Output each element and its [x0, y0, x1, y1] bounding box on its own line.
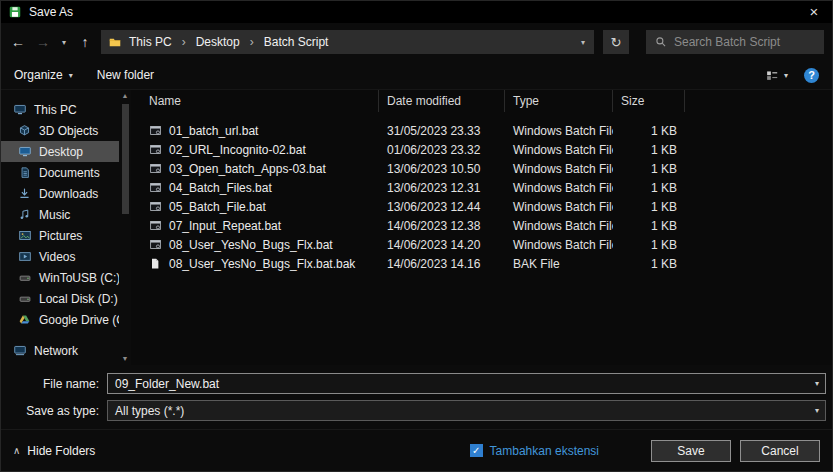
sidebar-item-label: Music: [39, 208, 70, 222]
file-row[interactable]: 04_Batch_Files.bat13/06/2023 12.31Window…: [131, 178, 832, 197]
sidebar-item-google-drive-g[interactable]: Google Drive (G:: [1, 309, 119, 330]
file-size: 1 KB: [613, 124, 685, 138]
file-list-area: Name Date modified Type Size 01_batch_ur…: [131, 90, 832, 365]
file-type: BAK File: [505, 257, 613, 271]
column-header-type[interactable]: Type: [505, 90, 613, 112]
file-row[interactable]: 01_batch_url.bat31/05/2023 23.33Windows …: [131, 121, 832, 140]
sidebar: This PC3D ObjectsDesktopDocumentsDownloa…: [1, 90, 119, 365]
file-row[interactable]: 05_Batch_File.bat13/06/2023 12.44Windows…: [131, 197, 832, 216]
address-bar[interactable]: This PC›Desktop›Batch Script ▾: [101, 30, 594, 54]
save-as-type-dropdown-icon: ▾: [809, 406, 825, 415]
drive-icon: [17, 293, 32, 305]
save-as-type-select[interactable]: All types (*.*) ▾: [107, 400, 826, 421]
help-button[interactable]: ?: [804, 68, 819, 83]
bat-file-icon: [149, 162, 162, 175]
file-name: 08_User_YesNo_Bugs_Flx.bat: [169, 238, 333, 252]
chevron-down-icon: ▾: [69, 71, 73, 80]
toolbar-right: ▾ ?: [765, 68, 819, 83]
file-row[interactable]: 08_User_YesNo_Bugs_Flx.bat.bak14/06/2023…: [131, 254, 832, 273]
sidebar-item-music[interactable]: Music: [1, 204, 119, 225]
view-mode-button[interactable]: ▾: [765, 69, 788, 82]
file-row[interactable]: 02_URL_Incognito-02.bat01/06/2023 23.32W…: [131, 140, 832, 159]
file-date-modified: 14/06/2023 14.20: [379, 238, 505, 252]
refresh-button[interactable]: ↻: [603, 30, 629, 54]
hide-folders-button[interactable]: ∧ Hide Folders: [13, 444, 95, 458]
sidebar-item-downloads[interactable]: Downloads: [1, 183, 119, 204]
bat-file-icon: [149, 238, 162, 251]
add-extension-checkbox-group[interactable]: ✓ Tambahkan ekstensi: [470, 444, 599, 458]
sidebar-item-label: This PC: [34, 103, 77, 117]
sidebar-item-label: WinToUSB (C:): [39, 271, 119, 285]
file-row[interactable]: 03_Open_batch_Apps-03.bat13/06/2023 10.5…: [131, 159, 832, 178]
add-extension-checkbox[interactable]: ✓: [470, 444, 483, 457]
desktop-icon: [17, 145, 32, 158]
back-button[interactable]: ←: [9, 34, 27, 50]
file-size: 1 KB: [613, 238, 685, 252]
up-button[interactable]: ↑: [76, 34, 94, 50]
search-box[interactable]: [646, 30, 824, 54]
file-name-input[interactable]: [108, 377, 809, 391]
file-type: Windows Batch File: [505, 143, 613, 157]
gdrive-icon: [17, 313, 32, 326]
file-size: 1 KB: [613, 162, 685, 176]
breadcrumb-item[interactable]: This PC: [129, 35, 172, 49]
sidebar-item-local-disk-d[interactable]: Local Disk (D:): [1, 288, 119, 309]
bat-file-icon: [149, 219, 162, 232]
folder-icon: [108, 36, 122, 49]
sidebar-item-desktop[interactable]: Desktop: [1, 141, 119, 162]
sidebar-scrollbar[interactable]: ▲ ▼: [119, 90, 131, 365]
bat-file-icon: [149, 143, 162, 156]
file-name-label: File name:: [7, 377, 107, 391]
forward-button[interactable]: →: [34, 34, 52, 50]
file-type: Windows Batch File: [505, 181, 613, 195]
titlebar: Save As ×: [1, 1, 832, 23]
file-size: 1 KB: [613, 143, 685, 157]
recent-locations-dropdown-icon[interactable]: ▾: [59, 38, 69, 47]
sidebar-item-wintousb-c[interactable]: WinToUSB (C:): [1, 267, 119, 288]
file-row[interactable]: 07_Input_Repeat.bat14/06/2023 12.38Windo…: [131, 216, 832, 235]
sidebar-item-network[interactable]: Network: [1, 340, 119, 361]
file-date-modified: 13/06/2023 12.31: [379, 181, 505, 195]
breadcrumb-item[interactable]: Desktop: [196, 35, 240, 49]
column-header-size[interactable]: Size: [613, 90, 685, 112]
breadcrumb-item[interactable]: Batch Script: [264, 35, 329, 49]
network-icon: [12, 344, 27, 357]
file-date-modified: 14/06/2023 12.38: [379, 219, 505, 233]
scrollbar-thumb[interactable]: [122, 104, 129, 214]
save-as-dialog: Save As × ← → ▾ ↑ This PC›Desktop›Batch …: [0, 0, 833, 472]
sidebar-item-label: Local Disk (D:): [39, 292, 118, 306]
sidebar-item-this-pc[interactable]: This PC: [1, 99, 119, 120]
cube-icon: [17, 124, 32, 137]
column-header-name[interactable]: Name: [131, 90, 379, 112]
app-icon: [8, 5, 22, 19]
sidebar-item-videos[interactable]: Videos: [1, 246, 119, 267]
sidebar-item-3d-objects[interactable]: 3D Objects: [1, 120, 119, 141]
file-rows: 01_batch_url.bat31/05/2023 23.33Windows …: [131, 112, 832, 273]
breadcrumb-chevron-icon[interactable]: ›: [250, 35, 254, 49]
footer: ∧ Hide Folders ✓ Tambahkan ekstensi Save…: [1, 429, 832, 471]
organize-button[interactable]: Organize ▾: [14, 68, 73, 82]
file-name: 07_Input_Repeat.bat: [169, 219, 281, 233]
scroll-up-icon[interactable]: ▲: [122, 91, 129, 101]
save-button[interactable]: Save: [651, 440, 731, 462]
file-date-modified: 01/06/2023 23.32: [379, 143, 505, 157]
sidebar-item-label: Documents: [39, 166, 100, 180]
sidebar-item-documents[interactable]: Documents: [1, 162, 119, 183]
address-dropdown-icon[interactable]: ▾: [581, 38, 587, 47]
file-row[interactable]: 08_User_YesNo_Bugs_Flx.bat14/06/2023 14.…: [131, 235, 832, 254]
sidebar-item-label: Google Drive (G:: [39, 313, 119, 327]
close-icon[interactable]: ×: [796, 1, 832, 23]
sidebar-item-pictures[interactable]: Pictures: [1, 225, 119, 246]
save-as-type-value: All types (*.*): [115, 404, 809, 418]
cancel-button[interactable]: Cancel: [740, 440, 820, 462]
save-as-type-label: Save as type:: [7, 404, 107, 418]
search-input[interactable]: [674, 35, 815, 49]
breadcrumb-chevron-icon[interactable]: ›: [182, 35, 186, 49]
file-name-dropdown-icon[interactable]: ▾: [809, 379, 825, 388]
scroll-down-icon[interactable]: ▼: [122, 354, 129, 364]
window-title: Save As: [29, 5, 73, 19]
column-header-date-modified[interactable]: Date modified: [379, 90, 505, 112]
bat-file-icon: [149, 124, 162, 137]
new-folder-button[interactable]: New folder: [97, 68, 154, 82]
toolbar: Organize ▾ New folder ▾ ?: [1, 61, 832, 90]
